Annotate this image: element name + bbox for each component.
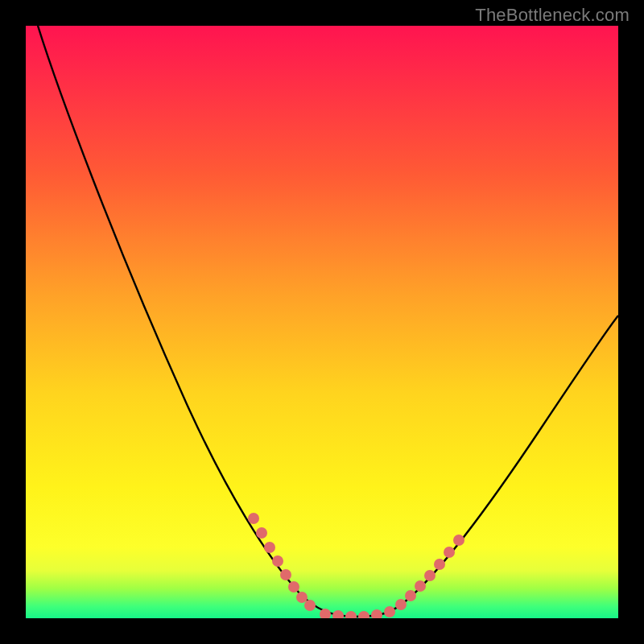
svg-point-18 xyxy=(434,559,445,570)
watermark-text: TheBottleneck.com xyxy=(475,5,630,26)
svg-point-14 xyxy=(395,599,407,610)
svg-point-11 xyxy=(358,611,369,618)
svg-point-5 xyxy=(288,581,299,592)
svg-point-4 xyxy=(280,569,291,580)
dots-left-descending xyxy=(248,513,316,611)
svg-point-13 xyxy=(384,606,395,617)
bottleneck-curve xyxy=(26,26,618,618)
svg-point-2 xyxy=(264,542,275,553)
svg-point-12 xyxy=(371,609,382,618)
dots-right-ascending xyxy=(395,535,464,610)
svg-point-19 xyxy=(444,547,455,558)
svg-point-0 xyxy=(248,513,259,524)
plot-area xyxy=(26,26,618,618)
curve-path xyxy=(38,26,618,617)
svg-point-16 xyxy=(415,580,426,592)
svg-point-3 xyxy=(272,555,283,567)
svg-point-1 xyxy=(256,527,267,539)
svg-point-17 xyxy=(424,570,436,581)
svg-point-15 xyxy=(405,590,416,601)
svg-point-20 xyxy=(453,535,464,546)
svg-point-7 xyxy=(304,600,316,611)
svg-point-6 xyxy=(296,592,308,603)
svg-point-9 xyxy=(332,610,344,618)
chart-frame: TheBottleneck.com xyxy=(0,0,644,644)
svg-point-10 xyxy=(345,611,357,618)
